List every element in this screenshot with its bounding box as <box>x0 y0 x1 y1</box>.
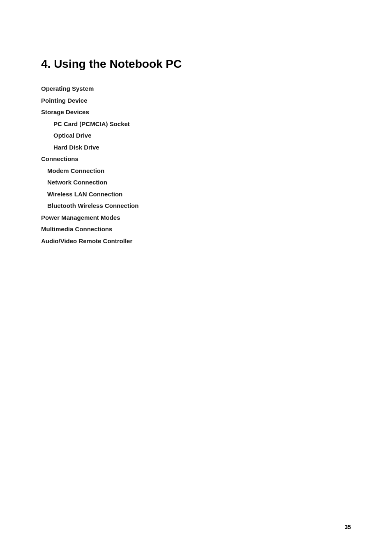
toc-item-pointing-device[interactable]: Pointing Device <box>41 95 351 107</box>
toc-item-hard-disk-drive[interactable]: Hard Disk Drive <box>53 142 351 154</box>
toc-item-power-management-modes[interactable]: Power Management Modes <box>41 212 351 224</box>
toc-item-storage-devices[interactable]: Storage Devices <box>41 106 351 118</box>
toc-item-optical-drive[interactable]: Optical Drive <box>53 130 351 142</box>
toc-item-audio-video-remote-controller[interactable]: Audio/Video Remote Controller <box>41 235 351 247</box>
toc-item-connections[interactable]: Connections <box>41 153 351 165</box>
toc-item-network-connection[interactable]: Network Connection <box>47 177 351 189</box>
toc-item-multimedia-connections[interactable]: Multimedia Connections <box>41 223 351 235</box>
toc-item-bluetooth-wireless-connection[interactable]: Bluetooth Wireless Connection <box>47 200 351 212</box>
toc-item-modem-connection[interactable]: Modem Connection <box>47 165 351 177</box>
page-container: 4. Using the Notebook PC Operating Syste… <box>0 0 392 555</box>
toc-item-operating-system[interactable]: Operating System <box>41 83 351 95</box>
toc-item-pc-card[interactable]: PC Card (PCMCIA) Socket <box>53 118 351 130</box>
toc-item-wireless-lan-connection[interactable]: Wireless LAN Connection <box>47 189 351 200</box>
chapter-title: 4. Using the Notebook PC <box>41 58 351 71</box>
page-number: 35 <box>344 524 351 530</box>
toc-container: Operating SystemPointing DeviceStorage D… <box>41 83 351 247</box>
